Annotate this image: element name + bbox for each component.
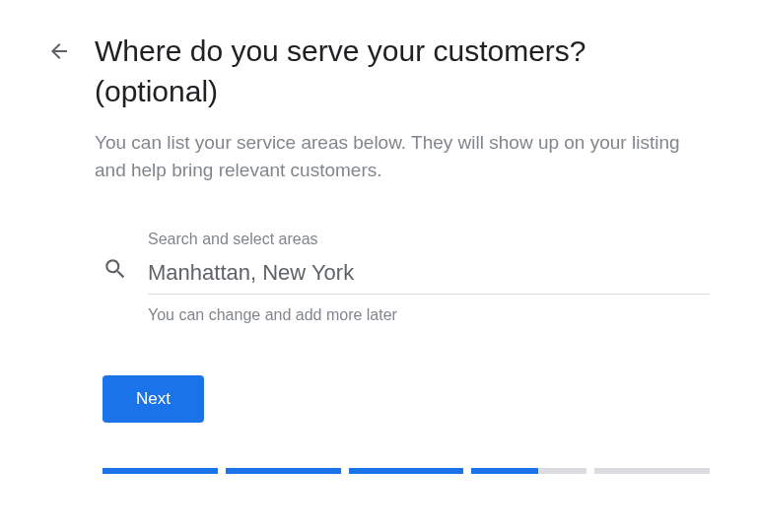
search-label: Search and select areas xyxy=(148,231,710,248)
progress-bar xyxy=(103,468,710,474)
search-hint: You can change and add more later xyxy=(148,306,710,324)
actions: Next xyxy=(103,375,710,423)
progress-segment xyxy=(594,468,710,474)
search-input[interactable] xyxy=(148,256,710,295)
next-button[interactable]: Next xyxy=(103,375,204,423)
progress-segment xyxy=(471,468,586,474)
page-subtitle: You can list your service areas below. T… xyxy=(95,129,710,183)
header-row: Where do you serve your customers? (opti… xyxy=(47,32,710,474)
back-arrow-icon[interactable] xyxy=(47,39,71,63)
search-field: Search and select areas You can change a… xyxy=(148,231,710,324)
search-icon xyxy=(103,256,128,282)
progress-segment xyxy=(103,468,218,474)
progress-segment xyxy=(349,468,464,474)
text-block: Where do you serve your customers? (opti… xyxy=(95,32,710,474)
onboarding-step: Where do you serve your customers? (opti… xyxy=(0,0,757,474)
progress-segment xyxy=(226,468,341,474)
search-section: Search and select areas You can change a… xyxy=(103,231,710,324)
page-title: Where do you serve your customers? (opti… xyxy=(95,32,710,111)
